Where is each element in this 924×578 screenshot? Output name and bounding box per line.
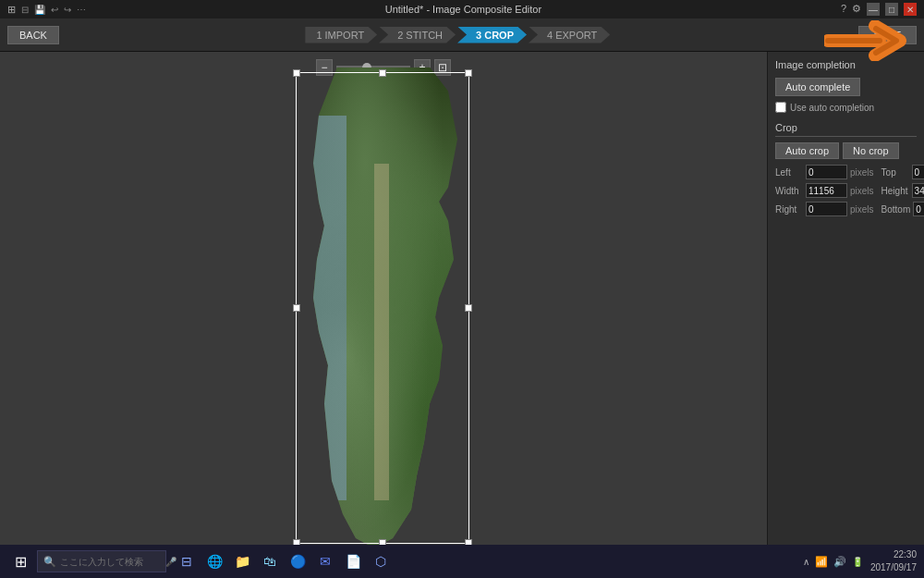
next-button[interactable]: NEXT — [858, 26, 917, 44]
workflow-steps: 1 IMPORT 2 STITCH 3 CROP 4 EXPORT — [67, 27, 851, 43]
field-left: Left pixels — [775, 165, 874, 179]
start-button[interactable]: ⊞ — [7, 548, 33, 574]
system-icons: ∧ 📶 🔊 🔋 — [803, 556, 863, 568]
bottom-label: Bottom — [881, 204, 911, 215]
height-input[interactable] — [912, 183, 924, 198]
crop-handle-middle-left[interactable] — [293, 304, 300, 312]
menu-icon: ⊟ — [21, 5, 29, 15]
field-right: Right pixels — [775, 202, 874, 216]
toolbar-right: NEXT — [858, 26, 917, 44]
width-label: Width — [775, 186, 803, 196]
date-display: 2017/09/17 — [870, 561, 917, 574]
right-panel: Image completion Auto complete Use auto … — [767, 52, 924, 545]
field-width: Width pixels — [775, 183, 874, 198]
width-input[interactable] — [806, 183, 847, 198]
taskbar: ⊞ 🔍 🎤 ⊟ 🌐 📁 🛍 🔵 ✉ 📄 ⬡ ∧ 📶 🔊 🔋 22:30 2017… — [0, 545, 924, 578]
battery-icon: 🔋 — [852, 557, 863, 567]
crop-handle-top-right[interactable] — [465, 69, 472, 77]
auto-crop-button[interactable]: Auto crop — [775, 142, 839, 159]
minimize-button[interactable]: — — [867, 3, 880, 16]
taskbar-app-office[interactable]: 📄 — [340, 548, 366, 574]
no-crop-button[interactable]: No crop — [843, 142, 899, 159]
network-icon: 📶 — [815, 556, 828, 568]
step-stitch[interactable]: 2 STITCH — [379, 27, 456, 43]
left-label: Left — [775, 167, 803, 178]
redo-icon: ↪ — [64, 5, 71, 15]
maximize-button[interactable]: □ — [885, 3, 898, 16]
aerial-image — [291, 68, 476, 546]
canvas-area[interactable]: − + ⊡ — [0, 52, 767, 545]
crop-handle-top-left[interactable] — [293, 69, 300, 77]
taskbar-apps: ⊟ 🌐 📁 🛍 🔵 ✉ 📄 ⬡ — [174, 548, 394, 574]
crop-buttons: Auto crop No crop — [775, 142, 917, 159]
top-label: Top — [881, 167, 909, 178]
step-crop[interactable]: 3 CROP — [457, 27, 527, 43]
help-icon[interactable]: ? — [841, 3, 846, 16]
use-auto-completion-label: Use auto completion — [790, 103, 874, 113]
settings-icon[interactable]: ⚙ — [852, 3, 861, 16]
back-button[interactable]: BACK — [7, 26, 59, 44]
volume-icon: 🔊 — [833, 556, 846, 568]
field-bottom: Bottom pixels — [881, 202, 924, 216]
use-auto-completion-row: Use auto completion — [775, 102, 917, 113]
app-icon: ⊞ — [7, 4, 16, 16]
time-display: 22:30 — [870, 548, 917, 561]
search-input[interactable] — [60, 557, 162, 567]
toolbar: BACK 1 IMPORT 2 STITCH 3 CROP 4 EXPORT N… — [0, 18, 924, 52]
close-button[interactable]: ✕ — [904, 3, 917, 16]
taskbar-app-mail[interactable]: ✉ — [312, 548, 338, 574]
bottom-input[interactable] — [913, 202, 924, 216]
options-icon: ⋯ — [77, 5, 86, 15]
image-completion-label: Image completion — [775, 59, 917, 70]
taskbar-app-chrome[interactable]: 🔵 — [285, 548, 310, 574]
taskbar-app-app7[interactable]: ⬡ — [368, 548, 394, 574]
crop-fields: Left pixels Top pixels Width pixels Heig… — [775, 165, 917, 216]
title-bar-controls: ? ⚙ — □ ✕ — [841, 3, 917, 16]
right-label: Right — [775, 204, 803, 215]
taskbar-app-store[interactable]: 🛍 — [257, 548, 283, 574]
title-bar-icons: ⊞ ⊟ 💾 ↩ ↪ ⋯ — [7, 4, 86, 16]
taskbar-app-explorer[interactable]: 📁 — [229, 548, 255, 574]
crop-section-label: Crop — [775, 122, 917, 137]
search-icon: 🔍 — [43, 556, 56, 568]
field-height: Height pixels — [881, 183, 924, 198]
use-auto-completion-checkbox[interactable] — [775, 102, 786, 113]
step-export[interactable]: 4 EXPORT — [529, 27, 610, 43]
composite-container — [291, 68, 476, 546]
width-unit: pixels — [850, 186, 874, 196]
auto-complete-button[interactable]: Auto complete — [775, 78, 860, 96]
taskbar-app-edge[interactable]: 🌐 — [201, 548, 227, 574]
taskbar-right: ∧ 📶 🔊 🔋 22:30 2017/09/17 — [803, 548, 917, 574]
crop-handle-middle-right[interactable] — [465, 304, 472, 312]
up-arrow-icon[interactable]: ∧ — [803, 557, 809, 567]
right-input[interactable] — [806, 202, 847, 216]
main-area: − + ⊡ Image completion Auto complete — [0, 52, 924, 545]
title-bar: ⊞ ⊟ 💾 ↩ ↪ ⋯ Untitled* - Image Composite … — [0, 0, 924, 18]
clock[interactable]: 22:30 2017/09/17 — [870, 548, 917, 574]
top-input[interactable] — [912, 165, 924, 179]
field-top: Top pixels — [881, 165, 924, 179]
step-import[interactable]: 1 IMPORT — [305, 27, 377, 43]
taskbar-app-taskview[interactable]: ⊟ — [174, 548, 200, 574]
save-icon: 💾 — [34, 5, 45, 15]
undo-icon: ↩ — [51, 5, 58, 15]
left-unit: pixels — [850, 167, 874, 178]
title-bar-title: Untitled* - Image Composite Editor — [86, 4, 841, 15]
left-input[interactable] — [806, 165, 847, 179]
right-unit: pixels — [850, 204, 874, 215]
height-label: Height — [881, 186, 909, 196]
search-box[interactable]: 🔍 🎤 — [37, 550, 166, 572]
